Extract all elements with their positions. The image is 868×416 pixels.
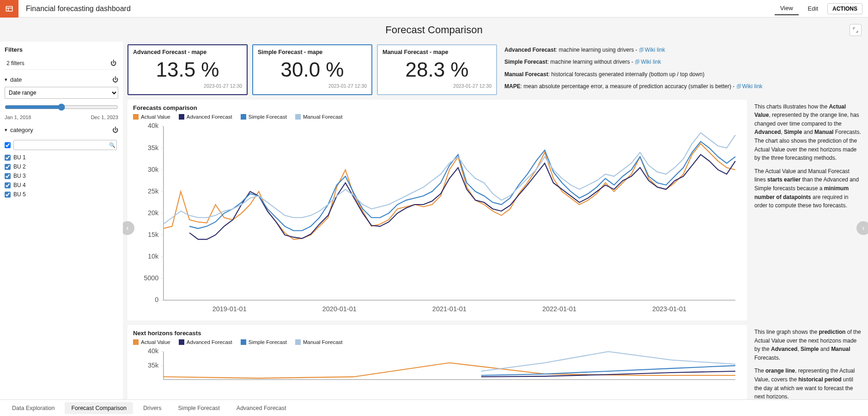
category-checkbox[interactable] (5, 192, 11, 198)
next-page-button[interactable]: › (856, 221, 868, 235)
metric-value: 28.3 % (382, 55, 492, 83)
topbar: Financial forecasting dashboard View Edi… (0, 0, 868, 18)
category-label: BU 1 (13, 154, 26, 161)
filter-category-label: category (10, 127, 33, 133)
category-item[interactable]: BU 3 (5, 171, 118, 181)
nav-view[interactable]: View (775, 2, 799, 15)
filter-date: ▾ date ⏻ Date range Jan 1, 2018 Dec 1, 2… (5, 76, 118, 120)
chart2-description: This line graph shows the prediction of … (753, 325, 863, 400)
doc-icon: 🗐 (736, 84, 741, 89)
legend-swatch-manual (295, 114, 301, 120)
wiki-link[interactable]: Wiki link (742, 83, 763, 90)
category-all-checkbox[interactable] (5, 142, 11, 148)
main-content: ‹ › Advanced Forecast - mape 13.5 % 2023… (123, 42, 868, 400)
metric-descriptions: Advanced Forecast: machine learning usin… (502, 44, 863, 95)
legend-swatch-simple (241, 339, 246, 345)
svg-text:15k: 15k (148, 230, 159, 238)
svg-text:35k: 35k (148, 144, 159, 151)
chevron-down-icon[interactable]: ▾ (5, 77, 7, 83)
svg-text:5000: 5000 (144, 274, 158, 282)
svg-text:2022-01-01: 2022-01-01 (542, 305, 577, 312)
category-item[interactable]: BU 4 (5, 181, 118, 190)
metric-timestamp: 2023-01-27 12:30 (258, 83, 367, 89)
svg-text:10k: 10k (148, 253, 159, 260)
app-title: Financial forecasting dashboard (26, 5, 131, 13)
svg-text:2021-01-01: 2021-01-01 (432, 305, 467, 312)
metric-simple: Simple Forecast - mape 30.0 % 2023-01-27… (252, 44, 372, 95)
svg-text:2019-01-01: 2019-01-01 (212, 305, 247, 312)
category-item[interactable]: BU 1 (5, 153, 118, 162)
legend-swatch-advanced (179, 114, 184, 120)
actions-button[interactable]: ACTIONS (827, 3, 862, 14)
filter-count: 2 filters (6, 60, 24, 66)
category-checkbox[interactable] (5, 182, 11, 188)
svg-text:2023-01-01: 2023-01-01 (652, 305, 686, 312)
chart-forecasts-comparison: Forecasts comparison Actual Value Advanc… (127, 100, 747, 320)
category-item[interactable]: BU 2 (5, 162, 118, 171)
doc-icon: 🗐 (639, 47, 644, 53)
filters-sidebar: Filters 2 filters ⏻ ▾ date ⏻ Date range … (0, 42, 123, 400)
category-item[interactable]: BU 5 (5, 190, 118, 199)
category-label: BU 4 (13, 182, 26, 188)
svg-text:35k: 35k (148, 362, 159, 369)
svg-text:40k: 40k (148, 347, 159, 355)
page-title-bar: Forecast Comparison (0, 18, 868, 42)
filter-date-label: date (10, 76, 22, 83)
category-checkbox[interactable] (5, 164, 11, 170)
svg-text:2020-01-01: 2020-01-01 (322, 305, 357, 312)
svg-text:40k: 40k (148, 122, 159, 129)
doc-icon: 🗐 (635, 59, 640, 65)
metric-title: Manual Forecast - mape (382, 49, 492, 55)
category-checkbox[interactable] (5, 173, 11, 179)
metric-timestamp: 2023-01-27 12:30 (382, 83, 492, 89)
metric-title: Advanced Forecast - mape (133, 49, 242, 55)
top-nav: View Edit ACTIONS (775, 2, 868, 15)
metric-value: 13.5 % (133, 55, 242, 83)
nav-edit[interactable]: Edit (802, 2, 824, 15)
chart-title: Next horizons forecasts (133, 330, 741, 337)
page-title-text: Forecast Comparison (385, 24, 482, 36)
category-label: BU 5 (13, 191, 26, 198)
metric-advanced: Advanced Forecast - mape 13.5 % 2023-01-… (127, 44, 248, 95)
metric-value: 30.0 % (258, 55, 367, 83)
bottom-tabs: Data ExplorationForecast ComparisonDrive… (0, 399, 868, 400)
chevron-down-icon[interactable]: ▾ (5, 127, 7, 133)
chart-legend: Actual Value Advanced Forecast Simple Fo… (133, 114, 741, 120)
date-to: Dec 1, 2023 (91, 115, 118, 120)
date-range-slider[interactable] (5, 103, 118, 111)
svg-text:20k: 20k (148, 209, 159, 216)
filters-heading: Filters (5, 46, 118, 53)
legend-swatch-actual (133, 114, 139, 120)
svg-text:25k: 25k (148, 187, 159, 194)
chart-svg[interactable]: 0500010k15k20k25k30k35k40k2019-01-012020… (133, 121, 741, 316)
chart-svg[interactable]: 35k40k (133, 347, 741, 395)
app-logo[interactable] (0, 0, 18, 18)
category-checkbox[interactable] (5, 155, 11, 161)
metric-manual: Manual Forecast - mape 28.3 % 2023-01-27… (377, 44, 497, 95)
chart-legend: Actual Value Advanced Forecast Simple Fo… (133, 339, 741, 345)
svg-text:30k: 30k (148, 165, 159, 173)
power-icon[interactable]: ⏻ (112, 127, 118, 133)
legend-swatch-simple (241, 114, 246, 120)
date-from: Jan 1, 2018 (5, 115, 31, 120)
expand-icon[interactable] (850, 24, 862, 36)
search-icon: 🔍 (109, 142, 115, 148)
date-mode-select[interactable]: Date range (5, 87, 118, 99)
category-label: BU 3 (13, 173, 26, 179)
filter-category: ▾ category ⏻ 🔍 BU 1BU 2BU 3BU 4BU 5 (5, 127, 118, 199)
wiki-link[interactable]: Wiki link (641, 59, 661, 65)
legend-swatch-manual (295, 339, 301, 345)
metric-title: Simple Forecast - mape (258, 49, 367, 55)
chart1-description: This charts illustrates how the Actual V… (753, 100, 863, 320)
legend-swatch-actual (133, 339, 139, 345)
category-label: BU 2 (13, 163, 26, 170)
wiki-link[interactable]: Wiki link (645, 47, 665, 53)
category-search-input[interactable] (13, 140, 117, 150)
metric-timestamp: 2023-01-27 12:30 (133, 83, 242, 89)
legend-swatch-advanced (179, 339, 184, 345)
power-icon[interactable]: ⏻ (110, 60, 116, 66)
chart-next-horizons: Next horizons forecasts Actual Value Adv… (127, 325, 747, 400)
chart-title: Forecasts comparison (133, 104, 741, 111)
power-icon[interactable]: ⏻ (112, 76, 118, 83)
svg-rect-0 (6, 6, 12, 11)
